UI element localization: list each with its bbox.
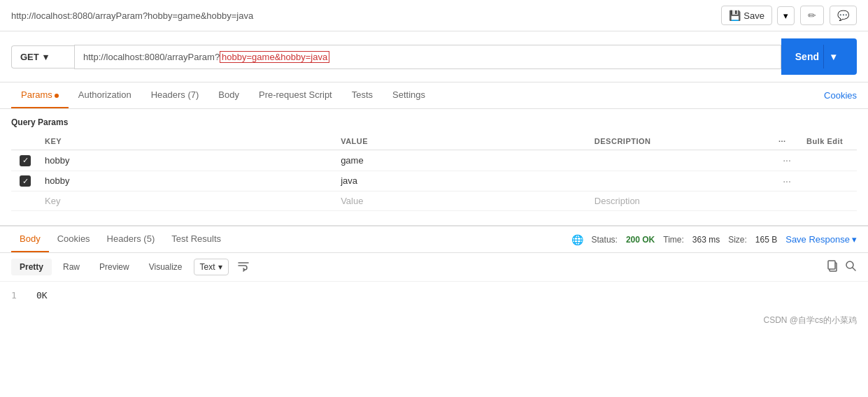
new-row-value-placeholder[interactable]: Value <box>341 196 363 206</box>
cookies-link[interactable]: Cookies <box>824 90 857 101</box>
method-chevron-icon: ▾ <box>43 52 48 62</box>
format-tab-visualize[interactable]: Visualize <box>141 259 191 275</box>
row1-checkbox[interactable] <box>20 155 31 166</box>
tab-pre-request[interactable]: Pre-request Script <box>249 82 342 108</box>
tab-authorization[interactable]: Authorization <box>69 82 141 108</box>
response-tab-cookies[interactable]: Cookies <box>49 226 99 252</box>
response-tab-cookies-label: Cookies <box>57 233 90 244</box>
save-dropdown-button[interactable]: ▾ <box>777 6 795 25</box>
response-tab-test-results[interactable]: Test Results <box>163 226 229 252</box>
url-static-part: http://localhost:8080/arrayParam? <box>83 52 220 62</box>
tab-body-label: Body <box>218 89 239 100</box>
row1-key[interactable]: hobby <box>45 155 69 166</box>
save-response-button[interactable]: Save Response ▾ <box>785 234 857 245</box>
new-row-desc-placeholder[interactable]: Description <box>595 196 640 206</box>
params-active-dot <box>55 94 59 98</box>
tab-tests-label: Tests <box>352 89 373 100</box>
format-tabs: Pretty Raw Preview Visualize Text ▾ <box>11 259 250 275</box>
time-label: Time: <box>663 235 684 245</box>
format-type-label: Text <box>200 262 215 272</box>
pencil-icon: ✏ <box>808 10 816 21</box>
line-number: 1 <box>11 290 25 301</box>
table-row-new: Key Value Description <box>11 192 857 211</box>
response-tab-headers[interactable]: Headers (5) <box>99 226 164 252</box>
params-table: KEY VALUE DESCRIPTION ··· Bulk Edit hobb… <box>11 133 857 211</box>
save-disk-icon: 💾 <box>729 10 741 21</box>
send-dropdown-icon[interactable]: ▾ <box>823 45 843 68</box>
format-tab-raw[interactable]: Raw <box>55 259 88 275</box>
row2-more-icon[interactable]: ··· <box>783 175 791 187</box>
tab-headers[interactable]: Headers (7) <box>141 82 209 108</box>
row1-value[interactable]: game <box>341 155 364 166</box>
format-tab-visualize-label: Visualize <box>149 262 183 272</box>
edit-icon-button[interactable]: ✏ <box>800 6 824 25</box>
format-bar: Pretty Raw Preview Visualize Text ▾ <box>0 253 868 282</box>
response-tab-test-results-label: Test Results <box>171 233 221 244</box>
format-type-select[interactable]: Text ▾ <box>194 259 229 275</box>
format-tab-pretty[interactable]: Pretty <box>11 259 52 275</box>
tab-pre-request-label: Pre-request Script <box>259 89 332 100</box>
search-icon[interactable] <box>844 259 857 275</box>
response-tab-headers-label: Headers (5) <box>107 233 155 244</box>
format-tab-pretty-label: Pretty <box>20 262 43 272</box>
copy-icon[interactable] <box>826 259 839 275</box>
row1-more-icon[interactable]: ··· <box>783 154 791 166</box>
title-bar: http://localhost:8080/arrayParam?hobby=g… <box>0 0 868 31</box>
method-select[interactable]: GET ▾ <box>11 45 74 68</box>
tab-tests[interactable]: Tests <box>342 82 383 108</box>
window-url: http://localhost:8080/arrayParam?hobby=g… <box>11 10 253 21</box>
row2-checkbox[interactable] <box>20 175 31 187</box>
comment-icon-button[interactable]: 💬 <box>830 6 857 25</box>
svg-line-3 <box>853 268 855 270</box>
url-input-wrapper[interactable]: http://localhost:8080/arrayParam? hobby=… <box>74 45 781 69</box>
save-response-chevron-icon: ▾ <box>852 234 857 245</box>
col-bulk-edit[interactable]: Bulk Edit <box>801 133 857 150</box>
globe-icon: 🌐 <box>571 234 583 245</box>
tab-body[interactable]: Body <box>208 82 249 108</box>
new-row-key-placeholder[interactable]: Key <box>45 196 60 206</box>
col-description: DESCRIPTION <box>589 133 773 150</box>
svg-rect-1 <box>828 261 835 269</box>
url-highlighted-part: hobby=game&hobby=java <box>220 51 329 63</box>
format-tab-raw-label: Raw <box>63 262 80 272</box>
response-tabs-bar: Body Cookies Headers (5) Test Results 🌐 … <box>0 226 868 253</box>
format-tab-preview-label: Preview <box>99 262 129 272</box>
size-value: 165 B <box>755 235 777 245</box>
col-value: VALUE <box>335 133 589 150</box>
code-value: 0K <box>36 290 48 301</box>
send-button[interactable]: Send ▾ <box>781 38 857 75</box>
request-tabs-left: Params Authorization Headers (7) Body Pr… <box>11 82 435 108</box>
format-tab-preview[interactable]: Preview <box>91 259 138 275</box>
response-tabs-left: Body Cookies Headers (5) Test Results <box>11 226 229 252</box>
tab-authorization-label: Authorization <box>78 89 131 100</box>
save-button[interactable]: 💾 Save <box>721 6 772 25</box>
url-bar: GET ▾ http://localhost:8080/arrayParam? … <box>0 31 868 82</box>
comment-icon: 💬 <box>837 10 849 21</box>
table-row: hobby java ··· <box>11 171 857 192</box>
format-bar-right <box>826 259 857 275</box>
table-row: hobby game ··· <box>11 150 857 171</box>
format-type-chevron-icon: ▾ <box>218 262 222 272</box>
response-meta: 🌐 Status: 200 OK Time: 363 ms Size: 165 … <box>571 234 857 245</box>
tab-params[interactable]: Params <box>11 82 69 108</box>
col-more: ··· <box>773 133 801 150</box>
save-label: Save <box>744 10 764 21</box>
method-label: GET <box>20 52 39 62</box>
code-output: 1 0K <box>0 282 868 309</box>
query-params-section: Query Params KEY VALUE DESCRIPTION ··· B… <box>0 109 868 211</box>
tab-params-label: Params <box>21 89 52 100</box>
tab-settings-label: Settings <box>392 89 425 100</box>
send-label: Send <box>795 51 819 62</box>
row2-key[interactable]: hobby <box>45 175 69 186</box>
status-label: Status: <box>592 235 618 245</box>
response-tab-body-label: Body <box>20 233 41 244</box>
response-tab-body[interactable]: Body <box>11 226 49 252</box>
tab-settings[interactable]: Settings <box>383 82 435 108</box>
col-key: KEY <box>39 133 335 150</box>
more-dots-icon: ··· <box>778 137 786 145</box>
size-label: Size: <box>728 235 747 245</box>
row2-value[interactable]: java <box>341 175 357 186</box>
watermark: CSDN @自学cs的小菜鸡 <box>0 309 868 332</box>
request-tabs-bar: Params Authorization Headers (7) Body Pr… <box>0 82 868 109</box>
wrap-icon[interactable] <box>237 259 250 275</box>
